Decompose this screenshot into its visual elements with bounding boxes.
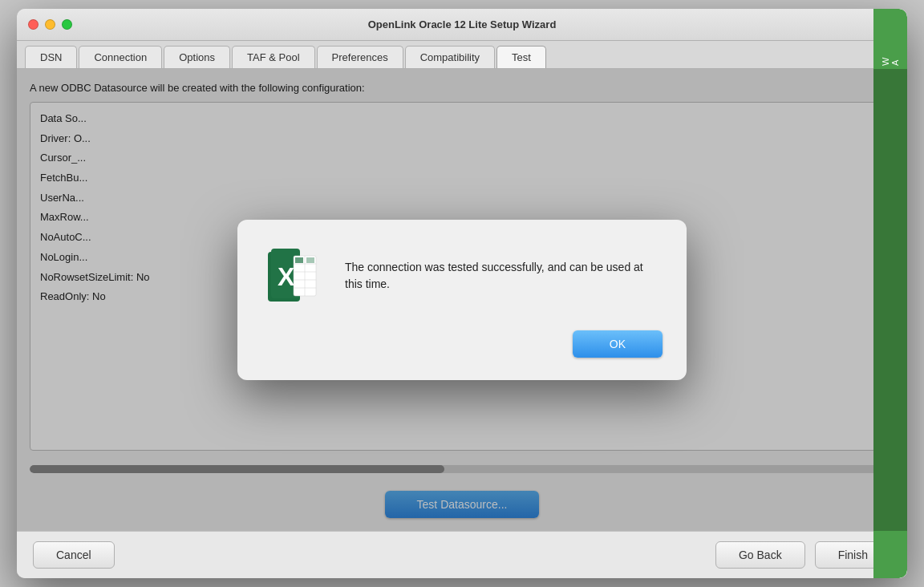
tab-taf-pool[interactable]: TAF & Pool xyxy=(232,46,315,68)
footer-right: Go Back Finish xyxy=(715,541,891,569)
window-title: OpenLink Oracle 12 Lite Setup Wizard xyxy=(368,18,557,30)
main-content: A new ODBC Datasource will be created wi… xyxy=(17,69,907,531)
window-controls xyxy=(28,19,72,30)
svg-rect-9 xyxy=(295,257,303,263)
minimize-button[interactable] xyxy=(45,19,55,30)
tab-options[interactable]: Options xyxy=(164,46,230,68)
go-back-button[interactable]: Go Back xyxy=(715,541,805,569)
ok-button[interactable]: OK xyxy=(573,330,663,358)
main-window: OpenLink Oracle 12 Lite Setup Wizard DSN… xyxy=(17,9,907,578)
maximize-button[interactable] xyxy=(62,19,72,30)
close-button[interactable] xyxy=(28,19,38,30)
tab-preferences[interactable]: Preferences xyxy=(317,46,403,68)
success-dialog: X The connection was tested suc xyxy=(237,220,687,380)
excel-icon: X xyxy=(261,244,326,308)
tabs-bar: DSN Connection Options TAF & Pool Prefer… xyxy=(17,41,907,69)
tab-test[interactable]: Test xyxy=(496,46,546,68)
right-accent-text: WA xyxy=(881,57,900,66)
modal-footer: OK xyxy=(261,330,663,358)
tab-connection[interactable]: Connection xyxy=(79,46,162,68)
modal-overlay: X The connection was tested suc xyxy=(17,69,907,531)
modal-body: X The connection was tested suc xyxy=(261,244,663,308)
cancel-button[interactable]: Cancel xyxy=(33,541,115,569)
svg-text:X: X xyxy=(278,262,295,291)
footer: Cancel Go Back Finish xyxy=(17,531,907,578)
svg-rect-10 xyxy=(306,257,314,263)
title-bar: OpenLink Oracle 12 Lite Setup Wizard xyxy=(17,9,907,41)
modal-message: The connection was tested successfully, … xyxy=(345,259,663,293)
tab-dsn[interactable]: DSN xyxy=(25,46,77,68)
tab-compatibility[interactable]: Compatibility xyxy=(405,46,495,68)
